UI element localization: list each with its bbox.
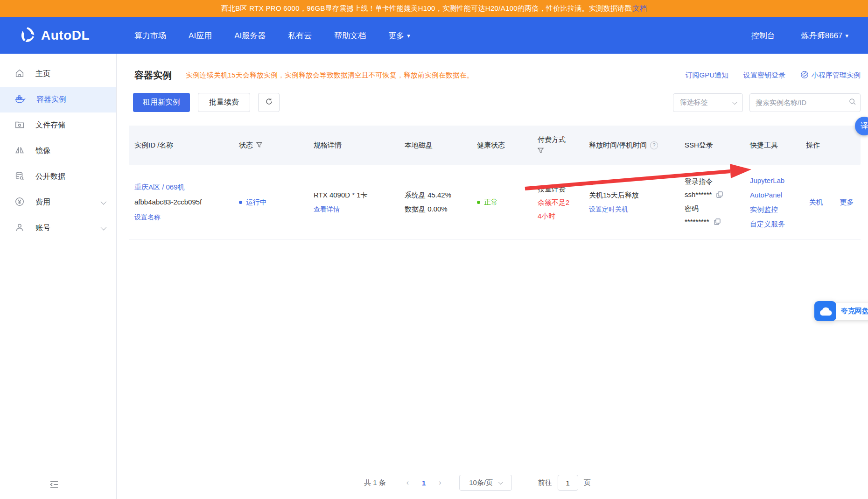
console-link[interactable]: 控制台 [751, 30, 775, 41]
username: 炼丹师8667 [801, 30, 843, 41]
ssh-key-login-link[interactable]: 设置密钥登录 [743, 71, 785, 80]
autodl-logo-icon [20, 26, 36, 45]
autopanel-link[interactable]: AutoPanel [750, 188, 797, 202]
col-disk: 本地磁盘 [399, 141, 471, 150]
ssh-cmd-masked: ssh****** [685, 190, 712, 198]
custom-service-link[interactable]: 自定义服务 [750, 217, 797, 231]
ssh-pwd-value: ********* [685, 215, 741, 229]
nav-menu: 算力市场 AI应用 AI服务器 私有云 帮助文档 更多▾ [134, 30, 410, 41]
docker-icon [14, 94, 26, 106]
instance-monitor-link[interactable]: 实例监控 [750, 202, 797, 217]
nav-item-ai-server[interactable]: AI服务器 [234, 30, 266, 41]
cell-status: 运行中 [233, 165, 308, 239]
nav-right: 控制台 炼丹师8667▾ [751, 30, 848, 41]
chevron-down-icon [101, 225, 107, 231]
copy-icon[interactable] [714, 218, 721, 226]
col-spec: 规格详情 [308, 141, 399, 150]
scheduled-shutdown-link[interactable]: 设置定时关机 [589, 202, 675, 216]
miniprogram-manage-label: 小程序管理实例 [812, 71, 861, 80]
jupyterlab-link[interactable]: JupyterLab [750, 173, 797, 188]
page-title: 容器实例 [134, 69, 172, 82]
nav-item-more-label: 更多 [388, 30, 404, 41]
user-menu[interactable]: 炼丹师8667▾ [801, 30, 848, 41]
billing-warning-line1: 余额不足2 [538, 196, 580, 209]
sidebar-item-file-storage[interactable]: 文件存储 [0, 112, 116, 138]
chevron-down-icon: ▾ [845, 32, 848, 39]
announcement-banner: 西北B区 RTX PRO 6000，96GB显存震撼上线！单卡性能媲美H100，… [0, 0, 868, 17]
more-actions-link[interactable]: 更多 [840, 198, 854, 207]
announcement-doc-link[interactable]: 文档 [633, 4, 647, 13]
sidebar-item-instances[interactable]: 容器实例 [0, 87, 116, 112]
netdisk-widget[interactable]: 夸克网盘 [814, 301, 868, 321]
sidebar-item-public-data[interactable]: 公开数据 [0, 164, 116, 190]
ssh-cmd-label: 登录指令 [685, 175, 741, 188]
sidebar-item-account[interactable]: 账号 [0, 215, 116, 241]
set-name-link[interactable]: 设置名称 [134, 210, 230, 224]
sidebar-collapse-icon[interactable] [49, 479, 60, 492]
sidebar-item-images[interactable]: 镜像 [0, 138, 116, 164]
instances-table: 实例ID /名称 状态 规格详情 本地磁盘 健康状态 付费方式 [129, 126, 861, 240]
cell-instance-id: 重庆A区 / 069机 afbb4abc83-2ccb095f 设置名称 [129, 165, 233, 239]
ssh-pwd-label: 密码 [685, 202, 741, 215]
shutdown-link[interactable]: 关机 [809, 198, 823, 207]
miniprogram-icon [800, 70, 809, 80]
cell-spec: RTX 4090D * 1卡 查看详情 [308, 165, 399, 239]
table-header: 实例ID /名称 状态 规格详情 本地磁盘 健康状态 付费方式 [129, 126, 861, 165]
sidebar-item-label: 文件存储 [35, 120, 65, 130]
sidebar-item-home[interactable]: 主页 [0, 61, 116, 87]
netdisk-label: 夸克网盘 [834, 303, 868, 320]
data-disk: 数据盘 0.00% [405, 202, 468, 216]
release-warning-text: 实例连续关机15天会释放实例，实例释放会导致数据清空且不可恢复，释放前实例在数据… [186, 71, 474, 80]
page-number[interactable]: 1 [417, 479, 430, 487]
copy-icon[interactable] [716, 191, 723, 199]
sidebar: 主页 容器实例 文件存储 [0, 54, 117, 499]
refresh-icon [265, 98, 273, 107]
col-release-time: 释放时间/停机时间 ? [583, 141, 679, 150]
goto-page-input[interactable] [558, 475, 578, 491]
instance-id: afbb4abc83-2ccb095f [134, 194, 230, 210]
announcement-text: 西北B区 RTX PRO 6000，96GB显存震撼上线！单卡性能媲美H100，… [221, 4, 632, 13]
navbar: AutoDL 算力市场 AI应用 AI服务器 私有云 帮助文档 更多▾ 控制台 … [0, 17, 868, 54]
nav-item-docs[interactable]: 帮助文档 [334, 30, 366, 41]
chevron-down-icon [498, 480, 503, 485]
home-icon [14, 68, 25, 80]
col-ssh: SSH登录 [679, 141, 744, 150]
next-page-icon[interactable]: › [430, 478, 449, 487]
page-size-value: 10条/页 [469, 478, 493, 487]
miniprogram-manage-link[interactable]: 小程序管理实例 [800, 70, 861, 80]
rent-new-instance-button[interactable]: 租用新实例 [133, 93, 190, 112]
region-link[interactable]: 重庆A区 / 069机 [134, 180, 230, 194]
nav-item-ai-apps[interactable]: AI应用 [189, 30, 212, 41]
health-dot [477, 201, 480, 204]
brand-name: AutoDL [41, 28, 90, 43]
sidebar-item-billing[interactable]: 费用 [0, 190, 116, 215]
system-disk: 系统盘 45.42% [405, 188, 468, 202]
refresh-button[interactable] [258, 93, 280, 112]
batch-renew-button[interactable]: 批量续费 [198, 93, 250, 112]
sidebar-item-label: 主页 [35, 69, 50, 79]
question-circle-icon[interactable]: ? [650, 141, 658, 149]
prev-page-icon[interactable]: ‹ [398, 478, 417, 487]
search-input[interactable] [756, 98, 848, 106]
search-box [749, 93, 861, 112]
ssh-pwd-masked: ********* [685, 218, 709, 225]
cloud-icon [814, 301, 836, 321]
filter-funnel-icon[interactable] [538, 147, 544, 155]
filter-funnel-icon[interactable] [256, 141, 262, 149]
col-instance-id: 实例ID /名称 [129, 141, 233, 150]
release-text: 关机15天后释放 [589, 188, 675, 202]
filter-tag-select[interactable]: 筛选标签 [673, 93, 743, 112]
billing-type: 按量计费 [538, 182, 580, 196]
nav-item-more[interactable]: 更多▾ [388, 30, 410, 41]
spec-detail-link[interactable]: 查看详情 [314, 202, 395, 216]
filter-tag-placeholder: 筛选标签 [680, 98, 708, 107]
nav-item-market[interactable]: 算力市场 [134, 30, 166, 41]
ssh-cmd-value: ssh****** [685, 188, 741, 202]
brand[interactable]: AutoDL [20, 26, 90, 45]
subscribe-gpu-link[interactable]: 订阅GPU通知 [685, 71, 728, 80]
search-icon[interactable] [848, 98, 856, 107]
col-release-time-label: 释放时间/停机时间 [589, 141, 647, 150]
page-size-select[interactable]: 10条/页 [459, 475, 512, 491]
col-status-label: 状态 [239, 141, 253, 150]
nav-item-private-cloud[interactable]: 私有云 [288, 30, 312, 41]
